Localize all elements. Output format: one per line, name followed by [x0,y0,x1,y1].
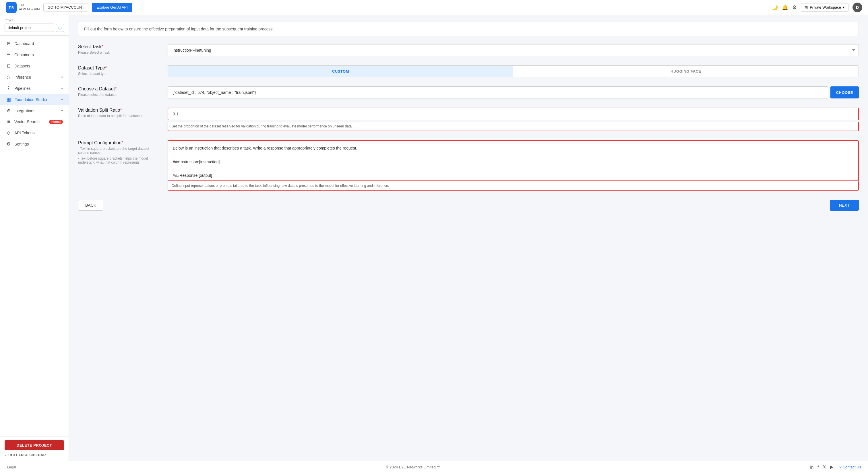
pipelines-icon: ⋮ [6,86,11,91]
facebook-icon[interactable]: f [817,465,818,470]
validation-split-field: Set the proportion of the dataset reserv… [167,107,859,131]
chevron-down-icon: ▾ [843,5,845,9]
chevron-down-icon: ▾ [61,86,63,90]
app-logo: TIR TIR AI PLATFORM [6,2,40,13]
chevron-left-icon: « [5,453,7,457]
inference-icon: ◎ [6,74,11,80]
choose-button[interactable]: CHOOSE [830,86,859,98]
prompt-config-textarea[interactable]: Below is an instruction that describes a… [167,140,859,181]
project-label: Project [5,19,64,22]
settings-icon-button[interactable]: ⚙ [792,4,797,11]
sidebar-item-label: Inference [14,75,31,80]
foundation-studio-icon: ▦ [6,97,11,102]
contact-us-link[interactable]: ? Contact Us [839,465,861,469]
internal-badge: Internal [49,120,63,124]
prompt-config-sublabel1: - Text in square brackets are the target… [78,147,158,155]
sidebar-item-api-tokens[interactable]: ◇ API Tokens [0,127,69,138]
sidebar-item-label: Datasets [14,64,30,68]
sidebar-item-foundation-studio[interactable]: ▦ Foundation Studio ▾ [0,94,69,105]
user-avatar[interactable]: D [852,3,862,12]
select-task-sublabel: Please Select a Task [78,51,158,55]
sidebar-item-label: Settings [14,142,29,146]
api-tokens-icon: ◇ [6,130,11,135]
dashboard-icon: ⊞ [6,41,11,46]
rss-icon[interactable]: ▶ [830,464,834,470]
twitter-icon[interactable]: 𝕏 [823,464,826,470]
containers-icon: ☰ [6,52,11,57]
dark-mode-toggle[interactable]: 🌙 [772,4,778,11]
dataset-type-huggingface-button[interactable]: HUGGING FACE [513,66,859,77]
form-actions: BACK NEXT [78,200,859,220]
validation-split-input[interactable] [167,107,859,120]
select-task-dropdown[interactable]: Instruction-Finetuning [167,44,859,56]
prompt-config-sublabel2: - Text before square brackets helps the … [78,156,158,164]
vector-search-icon: ≡ [6,119,11,124]
chevron-down-icon: ▾ [61,109,63,113]
datasets-icon: ⊟ [6,63,11,69]
validation-split-label: Validation Split Ratio* [78,107,158,113]
project-dropdown[interactable]: default-project [5,24,54,32]
choose-dataset-wrapper: CHOOSE [167,86,859,98]
choose-dataset-label: Choose a Dataset* [78,86,158,92]
back-button[interactable]: BACK [78,200,103,211]
notifications-button[interactable]: 🔔 [782,4,788,11]
choose-dataset-sublabel: Please select the dataset [78,93,158,97]
choose-dataset-row: Choose a Dataset* Please select the data… [78,86,859,98]
sidebar-item-dashboard[interactable]: ⊞ Dashboard [0,38,69,49]
form-description: Fill out the form below to ensure the ef… [78,22,859,36]
sidebar-item-label: Containers [14,53,34,57]
sidebar-item-vector-search[interactable]: ≡ Vector Search Internal [0,116,69,127]
prompt-config-row: Prompt Configuration* - Text in square b… [78,140,859,191]
workspace-icon: ⊞ [805,5,808,10]
go-myaccount-button[interactable]: GO TO MYACCOUNT [43,3,89,11]
dataset-type-custom-button[interactable]: CUSTOM [168,66,513,77]
sidebar-bottom: DELETE PROJECT « COLLAPSE SIDEBAR [0,437,69,461]
sidebar-item-label: Dashboard [14,41,34,46]
project-selector-section: Project default-project ⊞ [0,15,69,36]
sidebar-item-containers[interactable]: ☰ Containers [0,49,69,60]
sidebar-item-label: Integrations [14,108,35,113]
next-button[interactable]: NEXT [830,200,859,211]
sidebar-item-label: API Tokens [14,131,35,135]
validation-split-hint: Set the proportion of the dataset reserv… [167,122,859,131]
dataset-type-sublabel: Select dataset type [78,72,158,76]
sidebar-item-label: Foundation Studio [14,97,47,102]
integrations-icon: ⊕ [6,108,11,114]
logo-icon: TIR [6,2,17,13]
select-task-label: Select Task* [78,44,158,50]
prompt-config-label: Prompt Configuration* [78,140,158,146]
social-links: in f 𝕏 ▶ [810,464,834,470]
sidebar-item-label: Pipelines [14,86,31,91]
sidebar-item-label: Vector Search [14,119,40,124]
validation-split-sublabel: Ratio of input data to be split for eval… [78,114,158,118]
dataset-type-row: Dataset Type* Select dataset type CUSTOM… [78,65,859,77]
legal-link[interactable]: Legal [7,465,16,469]
collapse-sidebar-button[interactable]: « COLLAPSE SIDEBAR [5,453,46,457]
copyright: © 2024 E2E Networks Limited ™ [386,465,440,469]
dataset-type-toggle: CUSTOM HUGGING FACE [167,65,859,77]
sidebar-nav: ⊞ Dashboard ☰ Containers ⊟ Datasets [0,36,69,437]
chevron-down-icon: ▾ [61,75,63,79]
sidebar-item-pipelines[interactable]: ⋮ Pipelines ▾ [0,83,69,94]
select-task-row: Select Task* Please Select a Task Instru… [78,44,859,56]
validation-split-row: Validation Split Ratio* Ratio of input d… [78,107,859,131]
sidebar-item-datasets[interactable]: ⊟ Datasets [0,60,69,71]
dataset-type-label: Dataset Type* [78,65,158,71]
choose-dataset-input[interactable] [167,86,828,98]
chevron-down-icon: ▾ [61,98,63,102]
sidebar-item-integrations[interactable]: ⊕ Integrations ▾ [0,105,69,116]
explore-genai-button[interactable]: Explore GenAI API [92,3,132,12]
add-project-icon[interactable]: ⊞ [56,24,64,32]
sidebar-item-inference[interactable]: ◎ Inference ▾ [0,71,69,83]
prompt-config-field: Below is an instruction that describes a… [167,140,859,191]
prompt-config-hint: Define input representations or prompts … [167,181,859,191]
delete-project-button[interactable]: DELETE PROJECT [5,440,64,450]
app-footer: Legal © 2024 E2E Networks Limited ™ in f… [0,461,868,473]
workspace-selector[interactable]: ⊞ Private Workspace ▾ [801,3,848,12]
settings-nav-icon: ⚙ [6,141,11,147]
logo-text: TIR AI PLATFORM [19,3,40,11]
linkedin-icon[interactable]: in [810,465,814,470]
contact-icon: ? [839,465,841,469]
sidebar-item-settings[interactable]: ⚙ Settings [0,138,69,150]
workspace-label: Private Workspace [810,5,841,9]
